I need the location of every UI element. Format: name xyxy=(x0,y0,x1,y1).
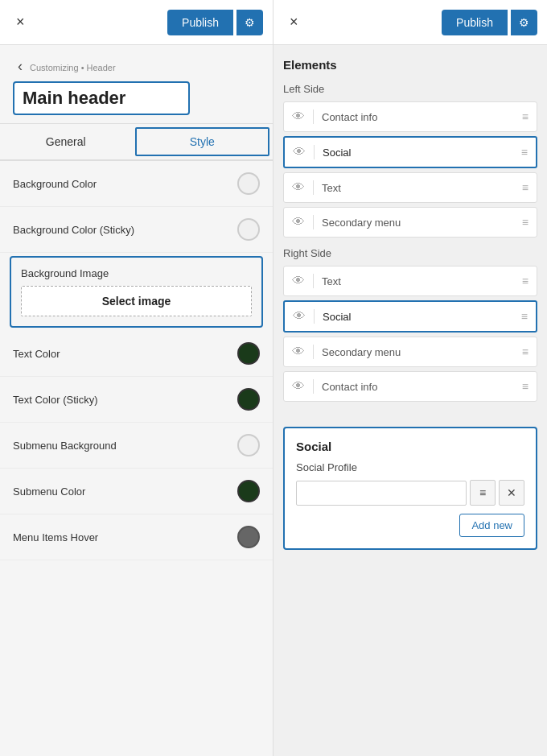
eye-icon: 👁 xyxy=(292,345,305,359)
social-profile-input[interactable] xyxy=(296,481,467,506)
drag-icon: ≡ xyxy=(521,310,528,323)
setting-bg-color: Background Color xyxy=(0,161,273,207)
left-secondary-menu-item[interactable]: 👁 Secondary menu ≡ xyxy=(283,207,537,238)
divider xyxy=(313,180,314,195)
select-image-button[interactable]: Select image xyxy=(21,286,252,316)
bg-color-label: Background Color xyxy=(13,178,97,190)
breadcrumb: ‹ Customizing • Header xyxy=(13,56,260,76)
settings-list: Background Color Background Color (Stick… xyxy=(0,161,273,756)
social-reorder-button[interactable]: ≡ xyxy=(470,480,496,506)
right-close-button[interactable]: × xyxy=(283,10,305,34)
add-new-button[interactable]: Add new xyxy=(459,514,524,537)
left-side-label: Left Side xyxy=(283,83,537,95)
drag-icon: ≡ xyxy=(521,146,528,159)
eye-icon: 👁 xyxy=(292,274,305,288)
right-publish-button[interactable]: Publish xyxy=(442,10,508,35)
left-contact-info-label: Contact info xyxy=(322,111,514,123)
drag-icon: ≡ xyxy=(522,380,528,393)
bg-color-sticky-label: Background Color (Sticky) xyxy=(13,224,134,236)
back-button[interactable]: ‹ xyxy=(13,56,27,76)
tab-style[interactable]: Style xyxy=(135,127,270,156)
setting-submenu-bg: Submenu Background xyxy=(0,423,273,469)
submenu-color-label: Submenu Color xyxy=(13,485,85,498)
right-contact-info-label: Contact info xyxy=(322,381,514,393)
page-title: Main header xyxy=(13,81,190,115)
text-color-sticky-label: Text Color (Sticky) xyxy=(13,394,97,406)
eye-icon: 👁 xyxy=(292,379,305,394)
setting-text-color-sticky: Text Color (Sticky) xyxy=(0,377,273,423)
submenu-color-swatch[interactable] xyxy=(237,480,260,502)
eye-icon: 👁 xyxy=(292,109,305,124)
bg-image-box: Background Image Select image xyxy=(10,256,263,328)
right-social-item[interactable]: 👁 Social ≡ xyxy=(283,300,537,333)
eye-icon: 👁 xyxy=(292,180,305,195)
divider xyxy=(313,109,314,124)
right-publish-group: Publish ⚙ xyxy=(442,10,537,35)
drag-icon: ≡ xyxy=(522,216,528,229)
bg-color-sticky-swatch[interactable] xyxy=(237,218,260,241)
left-secondary-menu-label: Secondary menu xyxy=(322,217,514,229)
header-section: ‹ Customizing • Header Main header xyxy=(0,45,273,124)
eye-icon: 👁 xyxy=(293,309,306,324)
left-text-label: Text xyxy=(322,182,514,194)
right-secondary-menu-label: Secondary menu xyxy=(322,346,514,358)
text-color-sticky-swatch[interactable] xyxy=(237,388,260,411)
divider xyxy=(313,345,314,359)
submenu-bg-swatch[interactable] xyxy=(237,434,260,456)
drag-icon: ≡ xyxy=(522,345,528,358)
right-text-label: Text xyxy=(322,275,514,287)
tabs-container: General Style xyxy=(0,124,273,161)
right-side-label: Right Side xyxy=(283,247,537,259)
divider xyxy=(313,274,314,288)
right-content: Elements Left Side 👁 Contact info ≡ 👁 So… xyxy=(274,45,547,419)
left-contact-info-item[interactable]: 👁 Contact info ≡ xyxy=(283,101,537,132)
drag-icon: ≡ xyxy=(522,181,528,194)
elements-title: Elements xyxy=(283,58,537,72)
left-side-items: 👁 Contact info ≡ 👁 Social ≡ 👁 Text ≡ xyxy=(283,101,537,238)
left-publish-group: Publish ⚙ xyxy=(167,10,263,35)
divider xyxy=(313,379,314,394)
left-settings-button[interactable]: ⚙ xyxy=(236,10,263,35)
right-top-bar: × Publish ⚙ xyxy=(274,0,547,45)
right-settings-button[interactable]: ⚙ xyxy=(511,10,537,35)
drag-icon: ≡ xyxy=(522,110,528,123)
right-side-items: 👁 Text ≡ 👁 Social ≡ 👁 Secondary menu ≡ xyxy=(283,266,537,402)
social-remove-button[interactable]: ✕ xyxy=(499,480,524,506)
tab-general[interactable]: General xyxy=(0,124,132,159)
left-close-button[interactable]: × xyxy=(10,10,31,34)
right-panel: × Publish ⚙ Elements Left Side 👁 Contact… xyxy=(274,0,547,756)
social-panel: Social Social Profile ≡ ✕ Add new xyxy=(283,427,537,550)
menu-hover-label: Menu Items Hover xyxy=(13,531,98,543)
left-panel: × Publish ⚙ ‹ Customizing • Header Main … xyxy=(0,0,274,756)
setting-menu-hover: Menu Items Hover xyxy=(0,514,273,560)
setting-bg-color-sticky: Background Color (Sticky) xyxy=(0,207,273,253)
right-text-item[interactable]: 👁 Text ≡ xyxy=(283,266,537,296)
left-social-label: Social xyxy=(323,147,513,159)
right-contact-info-item[interactable]: 👁 Contact info ≡ xyxy=(283,371,537,402)
social-input-row: ≡ ✕ xyxy=(296,480,524,506)
left-text-item[interactable]: 👁 Text ≡ xyxy=(283,172,537,203)
menu-hover-swatch[interactable] xyxy=(237,526,260,548)
setting-text-color: Text Color xyxy=(0,331,273,377)
text-color-label: Text Color xyxy=(13,348,60,360)
divider xyxy=(314,145,315,159)
setting-submenu-color: Submenu Color xyxy=(0,469,273,514)
left-top-bar: × Publish ⚙ xyxy=(0,0,273,45)
drag-icon: ≡ xyxy=(522,275,528,287)
social-panel-title: Social xyxy=(296,440,524,453)
text-color-swatch[interactable] xyxy=(237,342,260,365)
social-profile-label: Social Profile xyxy=(296,461,524,473)
right-secondary-menu-item[interactable]: 👁 Secondary menu ≡ xyxy=(283,337,537,367)
right-social-label: Social xyxy=(323,311,513,323)
bg-image-label: Background Image xyxy=(21,267,252,279)
left-publish-button[interactable]: Publish xyxy=(167,10,233,35)
submenu-bg-label: Submenu Background xyxy=(13,440,117,452)
divider xyxy=(314,309,315,324)
eye-icon: 👁 xyxy=(292,215,305,229)
left-social-item[interactable]: 👁 Social ≡ xyxy=(283,136,537,168)
bg-color-swatch[interactable] xyxy=(237,172,260,195)
eye-icon: 👁 xyxy=(293,145,306,159)
divider xyxy=(313,215,314,229)
